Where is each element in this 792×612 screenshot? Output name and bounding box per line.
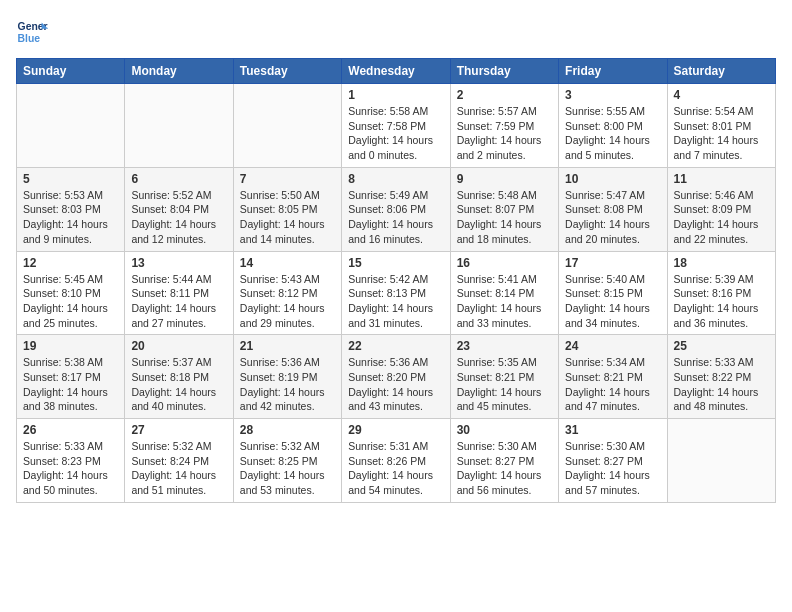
calendar-week-row: 1Sunrise: 5:58 AMSunset: 7:58 PMDaylight… bbox=[17, 84, 776, 168]
calendar-table: SundayMondayTuesdayWednesdayThursdayFrid… bbox=[16, 58, 776, 503]
weekday-header: Wednesday bbox=[342, 59, 450, 84]
day-number: 31 bbox=[565, 423, 660, 437]
svg-text:Blue: Blue bbox=[18, 33, 41, 44]
day-number: 21 bbox=[240, 339, 335, 353]
calendar-week-row: 12Sunrise: 5:45 AMSunset: 8:10 PMDayligh… bbox=[17, 251, 776, 335]
day-number: 4 bbox=[674, 88, 769, 102]
day-number: 30 bbox=[457, 423, 552, 437]
calendar-cell: 17Sunrise: 5:40 AMSunset: 8:15 PMDayligh… bbox=[559, 251, 667, 335]
calendar-cell bbox=[17, 84, 125, 168]
calendar-header-row: SundayMondayTuesdayWednesdayThursdayFrid… bbox=[17, 59, 776, 84]
day-number: 24 bbox=[565, 339, 660, 353]
day-info: Sunrise: 5:58 AMSunset: 7:58 PMDaylight:… bbox=[348, 104, 443, 163]
calendar-body: 1Sunrise: 5:58 AMSunset: 7:58 PMDaylight… bbox=[17, 84, 776, 503]
calendar-cell: 18Sunrise: 5:39 AMSunset: 8:16 PMDayligh… bbox=[667, 251, 775, 335]
day-number: 29 bbox=[348, 423, 443, 437]
day-number: 25 bbox=[674, 339, 769, 353]
calendar-cell: 26Sunrise: 5:33 AMSunset: 8:23 PMDayligh… bbox=[17, 419, 125, 503]
day-info: Sunrise: 5:55 AMSunset: 8:00 PMDaylight:… bbox=[565, 104, 660, 163]
calendar-cell: 3Sunrise: 5:55 AMSunset: 8:00 PMDaylight… bbox=[559, 84, 667, 168]
calendar-cell: 15Sunrise: 5:42 AMSunset: 8:13 PMDayligh… bbox=[342, 251, 450, 335]
day-info: Sunrise: 5:52 AMSunset: 8:04 PMDaylight:… bbox=[131, 188, 226, 247]
day-info: Sunrise: 5:45 AMSunset: 8:10 PMDaylight:… bbox=[23, 272, 118, 331]
day-info: Sunrise: 5:40 AMSunset: 8:15 PMDaylight:… bbox=[565, 272, 660, 331]
calendar-week-row: 19Sunrise: 5:38 AMSunset: 8:17 PMDayligh… bbox=[17, 335, 776, 419]
calendar-cell: 23Sunrise: 5:35 AMSunset: 8:21 PMDayligh… bbox=[450, 335, 558, 419]
calendar-cell: 10Sunrise: 5:47 AMSunset: 8:08 PMDayligh… bbox=[559, 167, 667, 251]
calendar-cell: 5Sunrise: 5:53 AMSunset: 8:03 PMDaylight… bbox=[17, 167, 125, 251]
calendar-cell: 19Sunrise: 5:38 AMSunset: 8:17 PMDayligh… bbox=[17, 335, 125, 419]
day-info: Sunrise: 5:50 AMSunset: 8:05 PMDaylight:… bbox=[240, 188, 335, 247]
day-info: Sunrise: 5:49 AMSunset: 8:06 PMDaylight:… bbox=[348, 188, 443, 247]
calendar-cell bbox=[233, 84, 341, 168]
day-number: 11 bbox=[674, 172, 769, 186]
calendar-cell: 1Sunrise: 5:58 AMSunset: 7:58 PMDaylight… bbox=[342, 84, 450, 168]
weekday-header: Tuesday bbox=[233, 59, 341, 84]
calendar-cell: 2Sunrise: 5:57 AMSunset: 7:59 PMDaylight… bbox=[450, 84, 558, 168]
day-info: Sunrise: 5:42 AMSunset: 8:13 PMDaylight:… bbox=[348, 272, 443, 331]
calendar-cell: 16Sunrise: 5:41 AMSunset: 8:14 PMDayligh… bbox=[450, 251, 558, 335]
day-number: 10 bbox=[565, 172, 660, 186]
calendar-cell: 22Sunrise: 5:36 AMSunset: 8:20 PMDayligh… bbox=[342, 335, 450, 419]
calendar-cell: 8Sunrise: 5:49 AMSunset: 8:06 PMDaylight… bbox=[342, 167, 450, 251]
logo-icon: General Blue bbox=[16, 16, 48, 48]
weekday-header: Sunday bbox=[17, 59, 125, 84]
calendar-cell: 6Sunrise: 5:52 AMSunset: 8:04 PMDaylight… bbox=[125, 167, 233, 251]
day-number: 20 bbox=[131, 339, 226, 353]
calendar-cell: 4Sunrise: 5:54 AMSunset: 8:01 PMDaylight… bbox=[667, 84, 775, 168]
day-info: Sunrise: 5:30 AMSunset: 8:27 PMDaylight:… bbox=[565, 439, 660, 498]
day-number: 9 bbox=[457, 172, 552, 186]
day-info: Sunrise: 5:39 AMSunset: 8:16 PMDaylight:… bbox=[674, 272, 769, 331]
calendar-cell bbox=[667, 419, 775, 503]
day-info: Sunrise: 5:32 AMSunset: 8:25 PMDaylight:… bbox=[240, 439, 335, 498]
day-info: Sunrise: 5:33 AMSunset: 8:22 PMDaylight:… bbox=[674, 355, 769, 414]
day-info: Sunrise: 5:54 AMSunset: 8:01 PMDaylight:… bbox=[674, 104, 769, 163]
weekday-header: Thursday bbox=[450, 59, 558, 84]
day-info: Sunrise: 5:41 AMSunset: 8:14 PMDaylight:… bbox=[457, 272, 552, 331]
day-number: 19 bbox=[23, 339, 118, 353]
day-number: 13 bbox=[131, 256, 226, 270]
calendar-cell: 9Sunrise: 5:48 AMSunset: 8:07 PMDaylight… bbox=[450, 167, 558, 251]
calendar-week-row: 5Sunrise: 5:53 AMSunset: 8:03 PMDaylight… bbox=[17, 167, 776, 251]
calendar-cell: 13Sunrise: 5:44 AMSunset: 8:11 PMDayligh… bbox=[125, 251, 233, 335]
weekday-header: Friday bbox=[559, 59, 667, 84]
calendar-cell: 28Sunrise: 5:32 AMSunset: 8:25 PMDayligh… bbox=[233, 419, 341, 503]
calendar-cell: 30Sunrise: 5:30 AMSunset: 8:27 PMDayligh… bbox=[450, 419, 558, 503]
page-header: General Blue bbox=[16, 16, 776, 48]
day-number: 5 bbox=[23, 172, 118, 186]
calendar-cell: 7Sunrise: 5:50 AMSunset: 8:05 PMDaylight… bbox=[233, 167, 341, 251]
calendar-cell: 21Sunrise: 5:36 AMSunset: 8:19 PMDayligh… bbox=[233, 335, 341, 419]
calendar-cell: 24Sunrise: 5:34 AMSunset: 8:21 PMDayligh… bbox=[559, 335, 667, 419]
day-number: 8 bbox=[348, 172, 443, 186]
day-number: 26 bbox=[23, 423, 118, 437]
logo: General Blue bbox=[16, 16, 48, 48]
day-number: 23 bbox=[457, 339, 552, 353]
calendar-cell: 31Sunrise: 5:30 AMSunset: 8:27 PMDayligh… bbox=[559, 419, 667, 503]
day-info: Sunrise: 5:30 AMSunset: 8:27 PMDaylight:… bbox=[457, 439, 552, 498]
day-number: 3 bbox=[565, 88, 660, 102]
day-number: 15 bbox=[348, 256, 443, 270]
day-number: 22 bbox=[348, 339, 443, 353]
day-info: Sunrise: 5:43 AMSunset: 8:12 PMDaylight:… bbox=[240, 272, 335, 331]
day-info: Sunrise: 5:35 AMSunset: 8:21 PMDaylight:… bbox=[457, 355, 552, 414]
weekday-header: Saturday bbox=[667, 59, 775, 84]
day-info: Sunrise: 5:32 AMSunset: 8:24 PMDaylight:… bbox=[131, 439, 226, 498]
day-info: Sunrise: 5:31 AMSunset: 8:26 PMDaylight:… bbox=[348, 439, 443, 498]
calendar-cell: 11Sunrise: 5:46 AMSunset: 8:09 PMDayligh… bbox=[667, 167, 775, 251]
day-info: Sunrise: 5:57 AMSunset: 7:59 PMDaylight:… bbox=[457, 104, 552, 163]
day-info: Sunrise: 5:38 AMSunset: 8:17 PMDaylight:… bbox=[23, 355, 118, 414]
calendar-cell: 12Sunrise: 5:45 AMSunset: 8:10 PMDayligh… bbox=[17, 251, 125, 335]
day-info: Sunrise: 5:37 AMSunset: 8:18 PMDaylight:… bbox=[131, 355, 226, 414]
day-info: Sunrise: 5:33 AMSunset: 8:23 PMDaylight:… bbox=[23, 439, 118, 498]
day-number: 6 bbox=[131, 172, 226, 186]
day-number: 14 bbox=[240, 256, 335, 270]
day-info: Sunrise: 5:34 AMSunset: 8:21 PMDaylight:… bbox=[565, 355, 660, 414]
day-info: Sunrise: 5:36 AMSunset: 8:19 PMDaylight:… bbox=[240, 355, 335, 414]
day-info: Sunrise: 5:44 AMSunset: 8:11 PMDaylight:… bbox=[131, 272, 226, 331]
day-number: 18 bbox=[674, 256, 769, 270]
calendar-cell bbox=[125, 84, 233, 168]
day-info: Sunrise: 5:46 AMSunset: 8:09 PMDaylight:… bbox=[674, 188, 769, 247]
calendar-cell: 14Sunrise: 5:43 AMSunset: 8:12 PMDayligh… bbox=[233, 251, 341, 335]
calendar-cell: 25Sunrise: 5:33 AMSunset: 8:22 PMDayligh… bbox=[667, 335, 775, 419]
day-number: 1 bbox=[348, 88, 443, 102]
